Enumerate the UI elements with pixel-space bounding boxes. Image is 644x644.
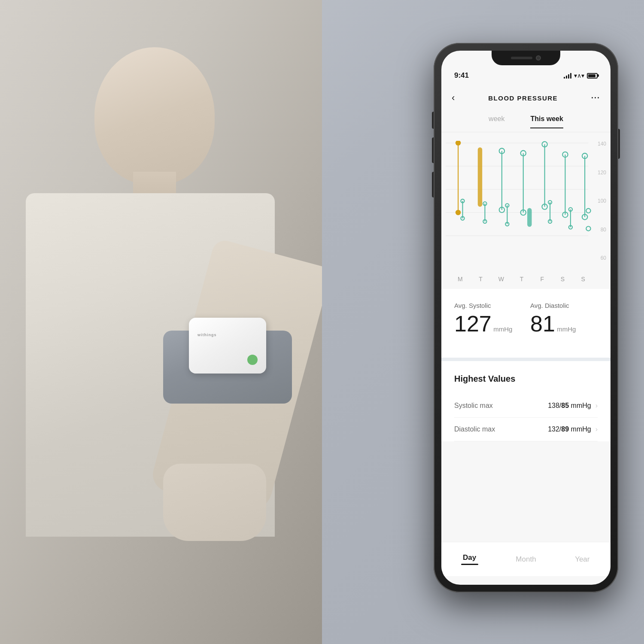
svg-point-7: [456, 210, 461, 215]
phone-volume-up-button: [432, 137, 434, 163]
section-divider: [441, 358, 611, 361]
battery-icon: [587, 73, 598, 79]
stats-section: Avg. Systolic 127 mmHg Avg. Diastolic 81…: [441, 289, 611, 358]
highest-values-title: Highest Values: [454, 374, 598, 384]
phone-power-button: [618, 129, 620, 159]
day-label-w: W: [492, 276, 510, 283]
signal-bar-4: [570, 73, 571, 79]
systolic-max-value: 138/85 mmHg: [548, 402, 591, 410]
bottom-tabs: Day Month Year: [441, 542, 611, 576]
notch-camera: [536, 55, 541, 61]
device-brand-label: withings: [197, 333, 217, 337]
systolic-stat: Avg. Systolic 127 mmHg: [454, 302, 522, 345]
app-header: ‹ BLOOD PRESSURE ···: [441, 85, 611, 111]
y-label-120: 120: [598, 170, 606, 176]
diastolic-value-row: 81 mmHg: [530, 313, 598, 335]
person-silhouette: withings: [0, 34, 322, 644]
svg-rect-24: [527, 208, 532, 227]
day-label-s2: S: [574, 276, 592, 283]
diastolic-max-label: Diastolic max: [454, 425, 495, 433]
phone-body: 9:41 ▾∧▾ ‹ BLOOD PRESSURE: [434, 43, 618, 592]
svg-point-6: [456, 141, 461, 146]
tab-year-label: Year: [575, 555, 589, 563]
y-axis: 140 120 100 80 60: [598, 141, 606, 261]
diastolic-stat: Avg. Diastolic 81 mmHg: [530, 302, 598, 345]
phone-screen: 9:41 ▾∧▾ ‹ BLOOD PRESSURE: [441, 51, 611, 585]
diastolic-value: 81: [530, 311, 555, 336]
systolic-max-value-group: 138/85 mmHg ›: [548, 402, 598, 410]
systolic-max-row[interactable]: Systolic max 138/85 mmHg ›: [454, 394, 598, 418]
svg-rect-11: [478, 147, 482, 207]
diastolic-max-value: 132/89 mmHg: [548, 425, 591, 433]
bp-chart: [446, 141, 606, 261]
tab-day-indicator: [461, 564, 478, 565]
page-title: BLOOD PRESSURE: [488, 94, 558, 102]
status-icons: ▾∧▾: [564, 72, 598, 79]
diastolic-max-chevron: ›: [595, 425, 598, 433]
tab-year[interactable]: Year: [554, 555, 611, 564]
tab-last-week[interactable]: week: [489, 115, 504, 128]
highest-values-section: Highest Values Systolic max 138/85 mmHg …: [441, 361, 611, 441]
day-label-m: M: [452, 276, 469, 283]
day-label-t1: T: [472, 276, 489, 283]
person-head: [94, 47, 215, 185]
systolic-max-chevron: ›: [595, 402, 598, 410]
tabs-row: week This week: [441, 111, 611, 132]
phone-notch: [492, 51, 560, 65]
notch-speaker: [511, 57, 532, 59]
day-labels: M T W T F S S: [450, 276, 593, 283]
tab-month-label: Month: [516, 555, 536, 563]
systolic-value: 127: [454, 311, 492, 336]
more-button[interactable]: ···: [591, 94, 600, 103]
diastolic-max-value-group: 132/89 mmHg ›: [548, 425, 598, 433]
tab-this-week[interactable]: This week: [530, 115, 563, 128]
battery-fill: [588, 74, 595, 77]
tab-day-label: Day: [463, 553, 476, 562]
signal-icon: [564, 73, 571, 79]
systolic-label: Avg. Systolic: [454, 302, 522, 309]
y-label-140: 140: [598, 141, 606, 147]
tab-month[interactable]: Month: [498, 555, 554, 564]
phone-volume-down-button: [432, 172, 434, 197]
day-label-t2: T: [513, 276, 530, 283]
diastolic-unit: mmHg: [557, 325, 576, 333]
person-area: withings: [0, 0, 322, 644]
phone-silent-button: [432, 112, 434, 129]
diastolic-label: Avg. Diastolic: [530, 302, 598, 309]
systolic-max-label: Systolic max: [454, 402, 493, 410]
systolic-value-row: 127 mmHg: [454, 313, 522, 335]
signal-bar-1: [564, 77, 565, 79]
chart-area: 140 120 100 80 60: [441, 132, 611, 287]
signal-bar-2: [566, 76, 567, 79]
bp-device: withings: [172, 318, 283, 404]
y-label-60: 60: [598, 255, 606, 261]
systolic-unit: mmHg: [493, 325, 512, 333]
svg-point-41: [586, 226, 590, 231]
y-label-80: 80: [598, 227, 606, 233]
tab-day[interactable]: Day: [441, 553, 498, 565]
phone-container: 9:41 ▾∧▾ ‹ BLOOD PRESSURE: [434, 43, 618, 592]
back-button[interactable]: ‹: [452, 92, 455, 103]
diastolic-max-row[interactable]: Diastolic max 132/89 mmHg ›: [454, 418, 598, 441]
status-bar: 9:41 ▾∧▾: [441, 66, 611, 85]
day-label-s1: S: [554, 276, 571, 283]
signal-bar-3: [568, 74, 569, 79]
device-led: [247, 355, 258, 365]
device-body: withings: [189, 318, 266, 374]
status-time: 9:41: [454, 71, 469, 80]
y-label-100: 100: [598, 198, 606, 204]
person-hand: [163, 464, 266, 541]
day-label-f: F: [534, 276, 551, 283]
wifi-icon: ▾∧▾: [574, 72, 584, 79]
